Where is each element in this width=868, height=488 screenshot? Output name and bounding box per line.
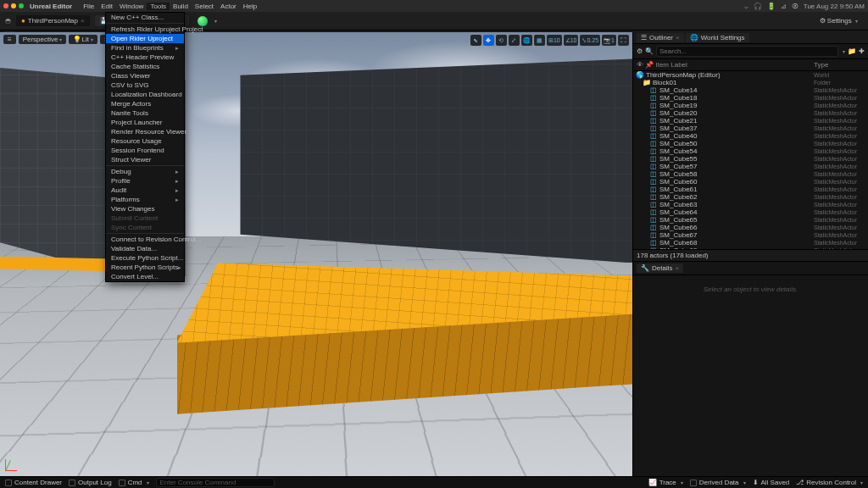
wifi-icon[interactable]: ⊿	[781, 3, 787, 10]
close-icon[interactable]	[3, 3, 8, 8]
menu-actor[interactable]: Actor	[217, 3, 240, 10]
derived-data-dropdown[interactable]	[742, 479, 746, 486]
level-tab[interactable]: ● ThirdPersonMap ×	[16, 15, 90, 26]
select-tool[interactable]: ⬉	[470, 35, 481, 46]
tree-root[interactable]: 🌎ThirdPersonMap (Editor)World	[633, 71, 868, 79]
tree-actor-sm_cube61[interactable]: ◫SM_Cube61StaticMeshActor	[633, 186, 868, 193]
close-tab-icon[interactable]: ×	[81, 17, 85, 25]
tree-actor-sm_cube19[interactable]: ◫SM_Cube19StaticMeshActor	[633, 102, 868, 109]
tree-actor-sm_cube55[interactable]: ◫SM_Cube55StaticMeshActor	[633, 155, 868, 163]
view-options[interactable]	[841, 47, 845, 55]
menu-item-c-header-preview[interactable]: C++ Header Preview	[106, 53, 184, 62]
derived-data-button[interactable]: Derived Data	[690, 479, 746, 486]
tree-actor-sm_cube62[interactable]: ◫SM_Cube62StaticMeshActor	[633, 193, 868, 201]
tab-details[interactable]: 🔧Details×	[637, 263, 683, 273]
menu-help[interactable]: Help	[240, 3, 260, 10]
tree-actor-sm_cube20[interactable]: ◫SM_Cube20StaticMeshActor	[633, 109, 868, 117]
menu-item-platforms[interactable]: Platforms▸	[106, 195, 184, 204]
menu-item-session-frontend[interactable]: Session Frontend	[106, 146, 184, 155]
fullscreen-icon[interactable]	[19, 3, 24, 8]
menu-item-refresh-rider-uproject-project[interactable]: Refresh Rider Uproject Project	[106, 25, 184, 34]
settings-button[interactable]: ⚙ Settings	[815, 15, 863, 26]
translate-tool[interactable]: ✥	[483, 35, 494, 46]
tree-actor-sm_cube58[interactable]: ◫SM_Cube58StaticMeshActor	[633, 170, 868, 178]
visibility-header-icon[interactable]: 👁	[637, 61, 643, 69]
menu-item-project-launcher[interactable]: Project Launcher	[106, 118, 184, 127]
trace-dropdown[interactable]	[679, 479, 683, 486]
minimize-icon[interactable]	[11, 3, 16, 8]
tree-actor-sm_cube67[interactable]: ◫SM_Cube67StaticMeshActor	[633, 231, 868, 239]
console-input[interactable]: Enter Console Command	[156, 478, 275, 487]
camera-speed[interactable]: 📷 1	[602, 35, 616, 46]
tree-actor-sm_cube60[interactable]: ◫SM_Cube60StaticMeshActor	[633, 178, 868, 186]
pin-header-icon[interactable]: 📌	[645, 61, 654, 69]
outliner-tree[interactable]: 🌎ThirdPersonMap (Editor)World📁Block01Fol…	[633, 71, 868, 249]
add-dropdown[interactable]	[213, 17, 217, 25]
cmd-dropdown[interactable]	[145, 479, 149, 486]
menu-item-connect-to-revision-control[interactable]: Connect to Revision Control...	[106, 235, 184, 244]
menu-item-resource-usage[interactable]: Resource Usage	[106, 136, 184, 146]
viewport-menu[interactable]: ≡	[3, 35, 16, 44]
trace-button[interactable]: 📈Trace	[648, 479, 683, 486]
outliner-search-input[interactable]	[656, 46, 838, 57]
tree-actor-sm_cube66[interactable]: ◫SM_Cube66StaticMeshActor	[633, 224, 868, 231]
menu-item-audit[interactable]: Audit▸	[106, 186, 184, 195]
tab-outliner[interactable]: ☰Outliner×	[637, 33, 684, 42]
tree-actor-sm_cube14[interactable]: ◫SM_Cube14StaticMeshActor	[633, 86, 868, 94]
menu-item-csv-to-svg[interactable]: CSV to SVG	[106, 80, 184, 90]
menu-build[interactable]: Build	[170, 3, 192, 10]
scale-tool[interactable]: ⤢	[509, 35, 520, 46]
viewport-lit[interactable]: 💡Lit	[69, 35, 97, 44]
menu-select[interactable]: Select	[192, 3, 217, 10]
rotate-tool[interactable]: ⟲	[496, 35, 507, 46]
tree-actor-sm_cube40[interactable]: ◫SM_Cube40StaticMeshActor	[633, 132, 868, 140]
output-log-button[interactable]: Output Log	[69, 479, 112, 486]
tree-actor-sm_cube63[interactable]: ◫SM_Cube63StaticMeshActor	[633, 201, 868, 208]
menu-item-execute-python-script[interactable]: Execute Python Script...	[106, 253, 184, 263]
revision-control-button[interactable]: ⎇Revision Control	[796, 479, 863, 486]
viewport[interactable]: ≡ Perspective 💡Lit Show ⬉ ✥ ⟲ ⤢ 🌐 ▦ ⊞ 10…	[0, 32, 632, 476]
menu-item-convert-level[interactable]: Convert Level...	[106, 272, 184, 281]
bluetooth-icon[interactable]: ⌵	[744, 3, 748, 10]
all-saved-button[interactable]: ⬇All Saved	[753, 479, 790, 486]
menu-item-profile[interactable]: Profile▸	[106, 176, 184, 186]
folder-icon[interactable]: 📁	[848, 47, 856, 55]
content-drawer-button[interactable]: Content Drawer	[5, 479, 62, 486]
new-folder-icon[interactable]: ✚	[859, 47, 865, 55]
menu-item-recent-python-scripts[interactable]: Recent Python Scripts▸	[106, 263, 184, 272]
menu-item-find-in-blueprints[interactable]: Find in Blueprints▸	[106, 43, 184, 53]
tree-actor-sm_cube37[interactable]: ◫SM_Cube37StaticMeshActor	[633, 125, 868, 132]
menu-item-new-c-class[interactable]: New C++ Class...	[106, 13, 184, 22]
menu-item-render-resource-viewer[interactable]: Render Resource Viewer	[106, 127, 184, 136]
menu-item-nanite-tools[interactable]: Nanite Tools	[106, 108, 184, 118]
cmd-prompt[interactable]: Cmd	[119, 479, 149, 486]
menu-tools[interactable]: Tools	[147, 3, 170, 10]
add-content-button[interactable]	[198, 16, 208, 26]
tree-actor-sm_cube50[interactable]: ◫SM_Cube50StaticMeshActor	[633, 140, 868, 147]
tree-actor-sm_cube57[interactable]: ◫SM_Cube57StaticMeshActor	[633, 163, 868, 170]
coord-space[interactable]: 🌐	[521, 35, 532, 46]
tree-actor-sm_cube21[interactable]: ◫SM_Cube21StaticMeshActor	[633, 117, 868, 125]
close-icon[interactable]: ×	[676, 34, 680, 42]
menu-item-class-viewer[interactable]: Class Viewer	[106, 71, 184, 80]
revision-dropdown[interactable]	[859, 479, 863, 486]
close-icon[interactable]: ×	[675, 264, 679, 272]
menu-file[interactable]: File	[80, 3, 97, 10]
filter-icon[interactable]: ⚙	[637, 47, 643, 55]
menu-item-struct-viewer[interactable]: Struct Viewer	[106, 155, 184, 164]
battery-icon[interactable]: 🔋	[767, 3, 776, 10]
tree-actor-sm_cube54[interactable]: ◫SM_Cube54StaticMeshActor	[633, 147, 868, 155]
tab-world-settings[interactable]: 🌐World Settings	[686, 33, 749, 42]
menu-item-cache-statistics[interactable]: Cache Statistics	[106, 62, 184, 71]
angle-snap[interactable]: ∠ 10	[564, 35, 579, 46]
scale-snap[interactable]: ⤡ 0.25	[580, 35, 600, 46]
grid-snap[interactable]: ⊞ 10	[547, 35, 562, 46]
column-type[interactable]: Type	[814, 61, 865, 69]
viewport-perspective[interactable]: Perspective	[19, 35, 67, 44]
menu-edit[interactable]: Edit	[97, 3, 116, 10]
menu-window[interactable]: Window	[116, 3, 147, 10]
tree-actor-sm_cube68[interactable]: ◫SM_Cube68StaticMeshActor	[633, 239, 868, 247]
menu-item-view-changes[interactable]: View Changes	[106, 204, 184, 214]
tree-actor-sm_cube64[interactable]: ◫SM_Cube64StaticMeshActor	[633, 208, 868, 216]
tree-folder[interactable]: 📁Block01Folder	[633, 79, 868, 86]
